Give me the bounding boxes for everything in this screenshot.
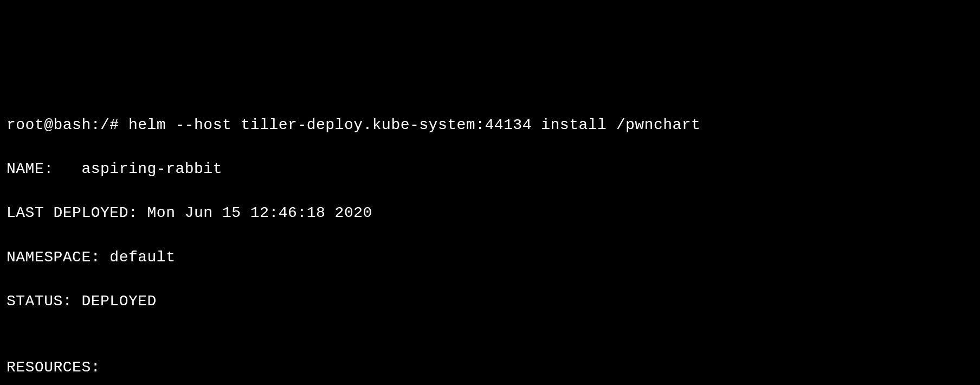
namespace-line: NAMESPACE: default bbox=[7, 247, 973, 269]
status-line: STATUS: DEPLOYED bbox=[7, 291, 973, 313]
terminal-output: root@bash:/# helm --host tiller-deploy.k… bbox=[7, 92, 973, 385]
prompt-command-line: root@bash:/# helm --host tiller-deploy.k… bbox=[7, 114, 973, 137]
last-deployed-line: LAST DEPLOYED: Mon Jun 15 12:46:18 2020 bbox=[7, 202, 973, 224]
resources-header: RESOURCES: bbox=[7, 357, 973, 379]
release-name-line: NAME: aspiring-rabbit bbox=[7, 158, 973, 181]
